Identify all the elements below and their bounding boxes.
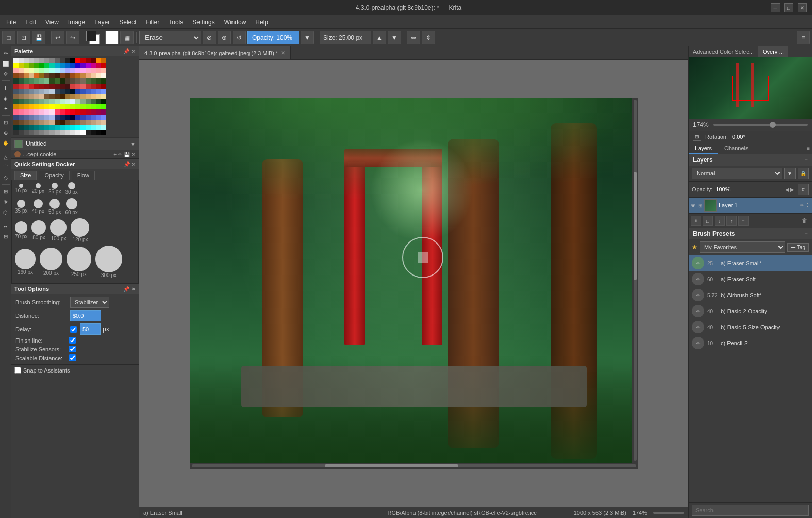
palette-color-cell[interactable] — [49, 89, 55, 94]
brush-preset-swatch[interactable] — [105, 31, 119, 44]
brush-preset-item[interactable]: ✏40b) Basic-5 Size Opacity — [689, 319, 812, 335]
brush-preset-item[interactable]: ✏40b) Basic-2 Opacity — [689, 303, 812, 319]
palette-color-cell[interactable] — [49, 115, 55, 120]
palette-color-cell[interactable] — [60, 120, 65, 125]
brush-preset-item[interactable]: ✏25a) Eraser Small* — [689, 255, 812, 271]
brush-size-circle[interactable] — [95, 246, 122, 272]
palette-add-icon[interactable]: + — [113, 152, 117, 157]
palette-color-cell[interactable] — [24, 120, 29, 125]
to-close-icon[interactable]: ✕ — [131, 286, 136, 292]
palette-color-cell[interactable] — [65, 68, 70, 73]
palette-color-cell[interactable] — [34, 63, 39, 68]
palette-color-cell[interactable] — [39, 89, 44, 94]
palette-color-cell[interactable] — [101, 68, 106, 73]
palette-color-cell[interactable] — [65, 89, 70, 94]
menu-item-filter[interactable]: Filter — [142, 18, 164, 27]
palette-color-cell[interactable] — [44, 68, 49, 73]
brush-size-circle[interactable] — [31, 220, 46, 235]
palette-color-cell[interactable] — [70, 63, 75, 68]
palette-color-cell[interactable] — [91, 109, 96, 115]
palette-color-cell[interactable] — [49, 73, 55, 78]
palette-color-cell[interactable] — [44, 94, 49, 99]
menu-item-layer[interactable]: Layer — [90, 18, 114, 27]
palette-color-cell[interactable] — [19, 104, 24, 109]
palette-color-cell[interactable] — [55, 99, 60, 104]
tab-overview[interactable]: Overvi... — [758, 46, 788, 57]
palette-color-cell[interactable] — [80, 78, 86, 84]
canvas-image[interactable] — [190, 98, 638, 469]
layer-edit-icon[interactable]: ✏ — [800, 203, 804, 208]
palette-color-cell[interactable] — [96, 99, 101, 104]
channels-tab[interactable]: Channels — [718, 143, 754, 154]
palette-color-cell[interactable] — [55, 125, 60, 130]
palette-color-cell[interactable] — [24, 84, 29, 89]
palette-color-cell[interactable] — [101, 120, 106, 125]
palette-color-cell[interactable] — [13, 109, 19, 115]
brush-preset-item[interactable]: ✏5.72b) Airbrush Soft* — [689, 287, 812, 303]
palette-color-cell[interactable] — [80, 125, 86, 130]
opacity-decrease-icon[interactable]: ◀ — [785, 187, 789, 192]
palette-color-cell[interactable] — [101, 89, 106, 94]
tool-shapes[interactable]: △ — [1, 152, 10, 161]
distance-input[interactable] — [70, 310, 101, 321]
close-button[interactable]: ✕ — [798, 3, 807, 12]
palette-color-cell[interactable] — [34, 120, 39, 125]
pattern-button[interactable]: ▦ — [120, 31, 134, 44]
palette-color-cell[interactable] — [65, 63, 70, 68]
palette-color-cell[interactable] — [24, 78, 29, 84]
opacity-down[interactable]: ▼ — [301, 31, 314, 44]
palette-color-cell[interactable] — [55, 115, 60, 120]
brush-preset-item[interactable]: ✏10c) Pencil-2 — [689, 335, 812, 351]
palette-color-cell[interactable] — [44, 120, 49, 125]
palette-color-cell[interactable] — [75, 115, 80, 120]
palette-color-cell[interactable] — [60, 130, 65, 135]
palette-color-cell[interactable] — [101, 104, 106, 109]
palette-color-cell[interactable] — [86, 99, 91, 104]
erase-mode-select[interactable]: Erase — [139, 31, 201, 44]
palette-color-cell[interactable] — [39, 99, 44, 104]
palette-color-cell[interactable] — [49, 99, 55, 104]
tool-eyedrop[interactable]: ✦ — [1, 104, 10, 113]
palette-color-cell[interactable] — [80, 58, 86, 63]
palette-color-cell[interactable] — [13, 120, 19, 125]
palette-color-cell[interactable] — [75, 120, 80, 125]
palette-color-cell[interactable] — [49, 120, 55, 125]
palette-color-cell[interactable] — [19, 130, 24, 135]
palette-color-cell[interactable] — [65, 104, 70, 109]
palette-save-icon[interactable]: 💾 — [124, 152, 130, 157]
palette-color-cell[interactable] — [44, 125, 49, 130]
palette-color-cell[interactable] — [29, 109, 34, 115]
palette-edit-icon[interactable]: ✏ — [118, 152, 122, 157]
move-layer-down-button[interactable]: ↓ — [715, 216, 725, 226]
brush-size-circle[interactable] — [66, 198, 77, 209]
delete-layer-button[interactable]: 🗑 — [800, 216, 810, 226]
brush-size-circle[interactable] — [68, 182, 75, 189]
palette-color-cell[interactable] — [29, 78, 34, 84]
palette-color-cell[interactable] — [29, 104, 34, 109]
palette-color-cell[interactable] — [60, 94, 65, 99]
horizontal-scrollbar[interactable] — [190, 463, 638, 469]
palette-color-cell[interactable] — [91, 94, 96, 99]
palette-color-cell[interactable] — [13, 115, 19, 120]
palette-color-cell[interactable] — [60, 125, 65, 130]
tool-brush[interactable]: ✏ — [1, 48, 10, 58]
palette-color-cell[interactable] — [29, 99, 34, 104]
tool-path[interactable]: ⌒ — [1, 163, 10, 172]
palette-color-cell[interactable] — [70, 115, 75, 120]
search-input[interactable] — [692, 505, 809, 516]
brush-size-circle[interactable] — [50, 219, 67, 236]
palette-color-cell[interactable] — [65, 84, 70, 89]
palette-color-cell[interactable] — [49, 78, 55, 84]
palette-color-cell[interactable] — [55, 63, 60, 68]
palette-color-cell[interactable] — [34, 130, 39, 135]
layer-visibility-icon[interactable]: 👁 — [691, 203, 696, 208]
palette-color-cell[interactable] — [19, 94, 24, 99]
palette-color-cell[interactable] — [39, 68, 44, 73]
menu-item-view[interactable]: View — [41, 18, 63, 27]
palette-color-cell[interactable] — [34, 104, 39, 109]
palette-color-cell[interactable] — [65, 99, 70, 104]
palette-color-cell[interactable] — [75, 89, 80, 94]
palette-color-cell[interactable] — [70, 84, 75, 89]
brush-size-circle[interactable] — [15, 249, 36, 269]
palette-color-cell[interactable] — [49, 63, 55, 68]
